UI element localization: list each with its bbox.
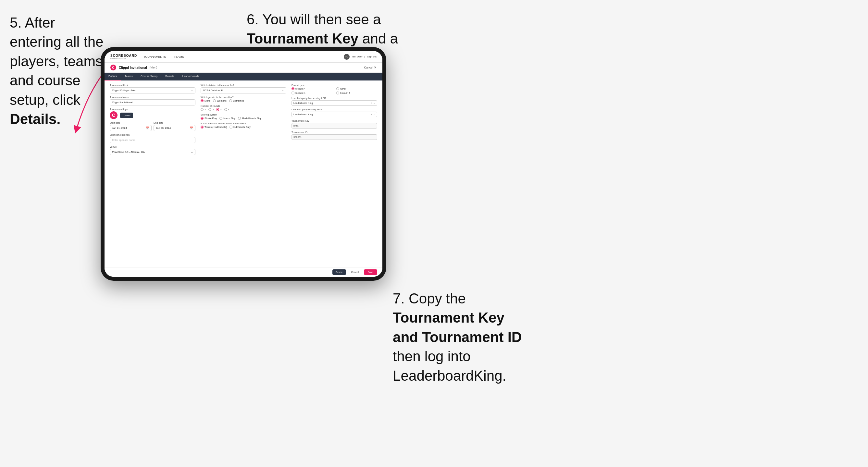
format-options-grid: 5 count 4 Other 6 count 4 — [291, 87, 377, 94]
delete-button[interactable]: Delete — [332, 269, 346, 275]
tab-course-setup[interactable]: Course Setup — [137, 73, 161, 81]
host-label: Tournament Host — [110, 84, 195, 87]
format-5count4[interactable]: 5 count 4 — [291, 87, 332, 90]
tournament-logo: C — [111, 65, 116, 70]
gender-womens-label: Womens — [217, 99, 226, 102]
division-input[interactable]: NCAA Division III ⌄ — [200, 87, 286, 93]
sponsor-input[interactable]: Enter sponsor name — [110, 137, 195, 143]
start-label: Start date — [110, 121, 152, 124]
signout-link[interactable]: | — [365, 55, 365, 58]
form-body: Tournament Host Clippd College - Men ⌄ T… — [104, 81, 382, 267]
individuals-only-label: Individuals Only — [234, 126, 251, 128]
gender-mens[interactable]: Mens — [200, 99, 210, 102]
end-date-input[interactable]: Jan 23, 2024 📅 — [154, 125, 195, 131]
division-label: Which division is the event for? — [200, 84, 286, 87]
scoring-medal[interactable]: Medal Match Play — [238, 117, 261, 120]
api1-clear[interactable]: ✕ ⌄ — [371, 102, 375, 104]
name-label: Tournament name — [110, 96, 195, 99]
save-button[interactable]: Save — [364, 269, 377, 275]
teams-plus-radio[interactable] — [200, 126, 204, 128]
host-field: Tournament Host Clippd College - Men ⌄ — [110, 84, 195, 93]
logo-area: SCOREBOARD Powered by clippd — [111, 54, 137, 59]
gender-combined[interactable]: Combined — [229, 99, 244, 102]
logo-upload-area: C Upload — [110, 111, 195, 119]
tournament-subtitle: (Men) — [150, 66, 157, 69]
rounds-2-radio[interactable] — [208, 108, 211, 111]
host-input[interactable]: Clippd College - Men ⌄ — [110, 87, 195, 93]
format-5count4-radio[interactable] — [291, 87, 294, 90]
api2-field: Use third-party scoring API? Leaderboard… — [291, 108, 377, 117]
scoring-match-label: Match Play — [223, 117, 235, 120]
nav-tournaments[interactable]: TOURNAMENTS — [142, 55, 167, 59]
api1-field: Use third-party live scoring API? Leader… — [291, 97, 377, 106]
format-other-radio[interactable] — [336, 87, 339, 90]
format-other[interactable]: Other — [336, 87, 377, 90]
api1-input[interactable]: Leaderboard King ✕ ⌄ — [291, 100, 377, 106]
rounds-3[interactable]: 3 — [216, 108, 221, 111]
nav-teams[interactable]: TEAMS — [173, 55, 185, 59]
tournament-id-label: Tournament ID — [291, 131, 377, 134]
gender-combined-radio[interactable] — [229, 99, 232, 102]
tournament-key-field: Tournament Key b4fb7 — [291, 119, 377, 128]
venue-label: Venue — [110, 145, 195, 148]
tab-bar: Details Teams Course Setup Results Leade… — [104, 73, 382, 81]
rounds-4-radio[interactable] — [224, 108, 227, 111]
scoring-medal-label: Medal Match Play — [242, 117, 261, 120]
rounds-1[interactable]: 1 — [200, 108, 206, 111]
format-6count4-label: 6 count 4 — [296, 92, 306, 94]
tab-teams[interactable]: Teams — [121, 73, 137, 81]
tab-results[interactable]: Results — [161, 73, 178, 81]
rounds-4[interactable]: 4 — [224, 108, 229, 111]
individuals-only-radio[interactable] — [229, 126, 232, 128]
upload-button[interactable]: Upload — [120, 113, 133, 118]
scoring-medal-radio[interactable] — [238, 117, 241, 120]
api2-clear[interactable]: ✕ ⌄ — [371, 113, 375, 116]
c-logo-display: C — [110, 111, 118, 119]
scoring-stroke[interactable]: Stroke Play — [200, 117, 217, 120]
signout-button[interactable]: Sign out — [367, 55, 376, 58]
scoring-match[interactable]: Match Play — [219, 117, 235, 120]
user-avatar: TU — [344, 54, 350, 60]
app-logo-sub: Powered by clippd — [111, 57, 137, 59]
gender-womens-radio[interactable] — [213, 99, 216, 102]
tab-details[interactable]: Details — [104, 73, 121, 81]
cancel-button-top[interactable]: Cancel ✕ — [364, 66, 376, 69]
col-right: Format type 5 count 4 Other — [291, 84, 377, 264]
rounds-2[interactable]: 2 — [208, 108, 214, 111]
app-logo: SCOREBOARD — [111, 54, 137, 57]
rounds-1-radio[interactable] — [200, 108, 204, 111]
format-6count5[interactable]: 6 count 5 — [336, 92, 377, 94]
form-content: Tournament Host Clippd College - Men ⌄ T… — [104, 81, 382, 277]
venue-input[interactable]: Peachtree GC - Atlanta - GA ⌄ — [110, 149, 195, 155]
format-6count4-radio[interactable] — [291, 92, 294, 94]
form-footer: Delete Cancel Save — [104, 267, 382, 277]
rounds-label: Number of rounds — [200, 104, 286, 107]
gender-mens-radio[interactable] — [200, 99, 204, 102]
format-6count5-radio[interactable] — [336, 92, 339, 94]
rounds-radio-group: 1 2 3 4 — [200, 108, 286, 111]
division-field: Which division is the event for? NCAA Di… — [200, 84, 286, 93]
api2-input[interactable]: Leaderboard King ✕ ⌄ — [291, 112, 377, 117]
start-date-input[interactable]: Jan 21, 2024 📅 — [110, 125, 152, 131]
rounds-3-radio[interactable] — [216, 108, 219, 111]
scoring-match-radio[interactable] — [219, 117, 222, 120]
tournament-id-value: 302051 — [291, 134, 377, 140]
tab-leaderboards[interactable]: Leaderboards — [178, 73, 203, 81]
tablet-screen: SCOREBOARD Powered by clippd TOURNAMENTS… — [104, 51, 382, 277]
scoring-stroke-radio[interactable] — [200, 117, 204, 120]
teams-plus-individuals[interactable]: Teams (+Individuals) — [200, 126, 227, 128]
end-label: End date — [154, 121, 195, 124]
logo-field: Tournament logo C Upload — [110, 108, 195, 119]
api1-label: Use third-party live scoring API? — [291, 97, 377, 100]
cancel-footer-button[interactable]: Cancel — [349, 269, 361, 275]
name-input[interactable]: Clippd Invitational — [110, 99, 195, 105]
name-field: Tournament name Clippd Invitational — [110, 96, 195, 105]
date-row: Start date Jan 21, 2024 📅 End date Jan 2… — [110, 121, 195, 131]
start-date-field: Start date Jan 21, 2024 📅 — [110, 121, 152, 131]
gender-radio-group: Mens Womens Combined — [200, 99, 286, 102]
format-6count4[interactable]: 6 count 4 — [291, 92, 332, 94]
teams-plus-label: Teams (+Individuals) — [205, 126, 227, 128]
annotation-step5-text2: Details. — [10, 111, 61, 127]
individuals-only[interactable]: Individuals Only — [229, 126, 251, 128]
gender-womens[interactable]: Womens — [213, 99, 226, 102]
